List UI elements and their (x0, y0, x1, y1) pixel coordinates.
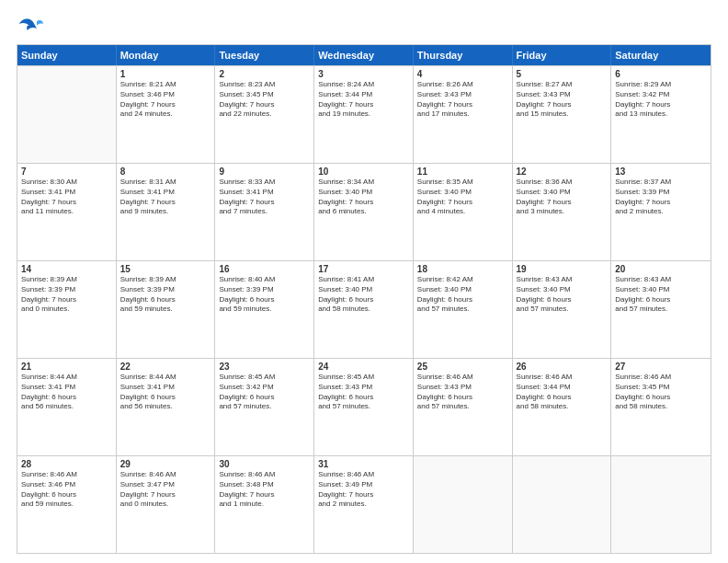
calendar-cell: 11Sunrise: 8:35 AMSunset: 3:40 PMDayligh… (414, 164, 513, 260)
logo (17, 17, 44, 37)
cell-date: 28 (21, 459, 112, 469)
calendar-cell: 17Sunrise: 8:41 AMSunset: 3:40 PMDayligh… (314, 261, 414, 358)
cell-date: 29 (120, 459, 211, 469)
cell-date: 25 (417, 362, 508, 372)
cell-date: 4 (417, 69, 508, 79)
cell-date: 12 (517, 167, 608, 177)
calendar-cell (414, 456, 513, 553)
cell-date: 19 (517, 264, 608, 274)
calendar: SundayMondayTuesdayWednesdayThursdayFrid… (17, 44, 711, 554)
cell-info: Sunrise: 8:23 AMSunset: 3:45 PMDaylight:… (219, 80, 310, 120)
calendar-row-3: 21Sunrise: 8:44 AMSunset: 3:41 PMDayligh… (17, 358, 711, 455)
header-day-saturday: Saturday (611, 45, 711, 65)
cell-info: Sunrise: 8:42 AMSunset: 3:40 PMDaylight:… (417, 275, 508, 315)
cell-info: Sunrise: 8:33 AMSunset: 3:41 PMDaylight:… (219, 178, 310, 217)
cell-info: Sunrise: 8:24 AMSunset: 3:44 PMDaylight:… (318, 80, 409, 120)
header-day-sunday: Sunday (17, 45, 117, 65)
calendar-row-2: 14Sunrise: 8:39 AMSunset: 3:39 PMDayligh… (17, 260, 711, 358)
header-day-friday: Friday (513, 45, 612, 65)
cell-info: Sunrise: 8:44 AMSunset: 3:41 PMDaylight:… (120, 373, 211, 412)
cell-info: Sunrise: 8:45 AMSunset: 3:43 PMDaylight:… (318, 373, 409, 412)
calendar-cell: 23Sunrise: 8:45 AMSunset: 3:42 PMDayligh… (215, 359, 314, 455)
cell-date: 10 (318, 167, 409, 177)
calendar-cell (17, 66, 117, 163)
cell-date: 9 (219, 167, 310, 177)
calendar-cell: 15Sunrise: 8:39 AMSunset: 3:39 PMDayligh… (117, 261, 216, 358)
cell-info: Sunrise: 8:46 AMSunset: 3:44 PMDaylight:… (517, 373, 608, 412)
cell-date: 30 (219, 459, 310, 469)
calendar-cell: 31Sunrise: 8:46 AMSunset: 3:49 PMDayligh… (314, 456, 414, 553)
cell-info: Sunrise: 8:39 AMSunset: 3:39 PMDaylight:… (120, 275, 211, 315)
cell-date: 8 (120, 167, 211, 177)
cell-info: Sunrise: 8:41 AMSunset: 3:40 PMDaylight:… (318, 275, 409, 315)
cell-info: Sunrise: 8:44 AMSunset: 3:41 PMDaylight:… (21, 373, 112, 412)
header-day-monday: Monday (117, 45, 216, 65)
cell-info: Sunrise: 8:37 AMSunset: 3:39 PMDaylight:… (615, 178, 707, 217)
cell-date: 16 (219, 264, 310, 274)
cell-info: Sunrise: 8:46 AMSunset: 3:48 PMDaylight:… (219, 470, 310, 510)
calendar-cell: 12Sunrise: 8:36 AMSunset: 3:40 PMDayligh… (513, 164, 612, 260)
calendar-cell: 30Sunrise: 8:46 AMSunset: 3:48 PMDayligh… (215, 456, 314, 553)
cell-date: 2 (219, 69, 310, 79)
calendar-cell: 26Sunrise: 8:46 AMSunset: 3:44 PMDayligh… (513, 359, 612, 455)
cell-date: 18 (417, 264, 508, 274)
cell-info: Sunrise: 8:27 AMSunset: 3:43 PMDaylight:… (517, 80, 608, 120)
cell-info: Sunrise: 8:30 AMSunset: 3:41 PMDaylight:… (21, 178, 112, 217)
calendar-cell: 18Sunrise: 8:42 AMSunset: 3:40 PMDayligh… (414, 261, 513, 358)
page: SundayMondayTuesdayWednesdayThursdayFrid… (0, 0, 728, 563)
logo-bird-icon (18, 17, 44, 37)
calendar-cell: 27Sunrise: 8:46 AMSunset: 3:45 PMDayligh… (611, 359, 711, 455)
cell-date: 6 (615, 69, 707, 79)
cell-info: Sunrise: 8:31 AMSunset: 3:41 PMDaylight:… (120, 178, 211, 217)
cell-date: 5 (517, 69, 608, 79)
cell-date: 20 (615, 264, 707, 274)
cell-info: Sunrise: 8:35 AMSunset: 3:40 PMDaylight:… (417, 178, 508, 217)
header-day-thursday: Thursday (414, 45, 513, 65)
cell-date: 14 (21, 264, 112, 274)
calendar-cell: 10Sunrise: 8:34 AMSunset: 3:40 PMDayligh… (314, 164, 414, 260)
cell-info: Sunrise: 8:21 AMSunset: 3:46 PMDaylight:… (120, 80, 211, 120)
calendar-row-0: 1Sunrise: 8:21 AMSunset: 3:46 PMDaylight… (17, 65, 711, 163)
header-day-tuesday: Tuesday (215, 45, 314, 65)
cell-info: Sunrise: 8:46 AMSunset: 3:47 PMDaylight:… (120, 470, 211, 510)
calendar-cell: 7Sunrise: 8:30 AMSunset: 3:41 PMDaylight… (17, 164, 117, 260)
calendar-cell: 20Sunrise: 8:43 AMSunset: 3:40 PMDayligh… (611, 261, 711, 358)
cell-info: Sunrise: 8:26 AMSunset: 3:43 PMDaylight:… (417, 80, 508, 120)
calendar-cell: 21Sunrise: 8:44 AMSunset: 3:41 PMDayligh… (17, 359, 117, 455)
header-day-wednesday: Wednesday (314, 45, 414, 65)
cell-info: Sunrise: 8:46 AMSunset: 3:43 PMDaylight:… (417, 373, 508, 412)
cell-date: 15 (120, 264, 211, 274)
cell-info: Sunrise: 8:36 AMSunset: 3:40 PMDaylight:… (517, 178, 608, 217)
cell-info: Sunrise: 8:45 AMSunset: 3:42 PMDaylight:… (219, 373, 310, 412)
cell-info: Sunrise: 8:46 AMSunset: 3:49 PMDaylight:… (318, 470, 409, 510)
calendar-row-1: 7Sunrise: 8:30 AMSunset: 3:41 PMDaylight… (17, 163, 711, 260)
cell-info: Sunrise: 8:43 AMSunset: 3:40 PMDaylight:… (615, 275, 707, 315)
cell-date: 17 (318, 264, 409, 274)
cell-date: 11 (417, 167, 508, 177)
calendar-body: 1Sunrise: 8:21 AMSunset: 3:46 PMDaylight… (17, 65, 711, 553)
cell-info: Sunrise: 8:34 AMSunset: 3:40 PMDaylight:… (318, 178, 409, 217)
cell-info: Sunrise: 8:29 AMSunset: 3:42 PMDaylight:… (615, 80, 707, 120)
header (17, 17, 711, 37)
calendar-cell: 9Sunrise: 8:33 AMSunset: 3:41 PMDaylight… (215, 164, 314, 260)
calendar-cell: 13Sunrise: 8:37 AMSunset: 3:39 PMDayligh… (611, 164, 711, 260)
cell-info: Sunrise: 8:40 AMSunset: 3:39 PMDaylight:… (219, 275, 310, 315)
cell-info: Sunrise: 8:43 AMSunset: 3:40 PMDaylight:… (517, 275, 608, 315)
calendar-cell: 19Sunrise: 8:43 AMSunset: 3:40 PMDayligh… (513, 261, 612, 358)
calendar-cell: 14Sunrise: 8:39 AMSunset: 3:39 PMDayligh… (17, 261, 117, 358)
cell-date: 3 (318, 69, 409, 79)
calendar-cell: 22Sunrise: 8:44 AMSunset: 3:41 PMDayligh… (117, 359, 216, 455)
calendar-cell: 28Sunrise: 8:46 AMSunset: 3:46 PMDayligh… (17, 456, 117, 553)
calendar-cell (611, 456, 711, 553)
calendar-cell: 4Sunrise: 8:26 AMSunset: 3:43 PMDaylight… (414, 66, 513, 163)
cell-date: 1 (120, 69, 211, 79)
cell-date: 26 (517, 362, 608, 372)
calendar-cell: 25Sunrise: 8:46 AMSunset: 3:43 PMDayligh… (414, 359, 513, 455)
cell-date: 22 (120, 362, 211, 372)
calendar-cell: 2Sunrise: 8:23 AMSunset: 3:45 PMDaylight… (215, 66, 314, 163)
calendar-cell: 3Sunrise: 8:24 AMSunset: 3:44 PMDaylight… (314, 66, 414, 163)
cell-info: Sunrise: 8:39 AMSunset: 3:39 PMDaylight:… (21, 275, 112, 315)
calendar-cell: 1Sunrise: 8:21 AMSunset: 3:46 PMDaylight… (117, 66, 216, 163)
calendar-header: SundayMondayTuesdayWednesdayThursdayFrid… (17, 45, 711, 65)
cell-info: Sunrise: 8:46 AMSunset: 3:45 PMDaylight:… (615, 373, 707, 412)
